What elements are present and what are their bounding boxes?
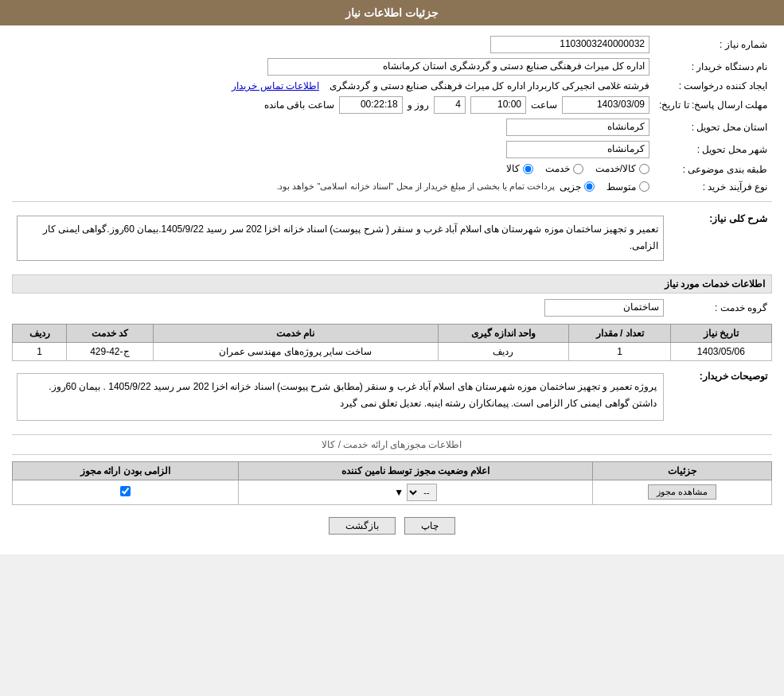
- sharh-label: شرح کلی نیاز:: [669, 208, 772, 268]
- tawsif-label: توصیحات خریدار:: [669, 366, 772, 428]
- tabe-bandi-label: طبقه بندی موضوعی :: [654, 161, 772, 179]
- khadamat-section-title: اطلاعات خدمات مورد نیاز: [12, 274, 772, 294]
- noee-farayand-row: نوع فرآیند خرید : متوسط جزیی پرداخت تمام…: [12, 179, 772, 195]
- permit-col-joziat: جزئیات: [592, 461, 771, 480]
- shomara-row: شماره نیاز : 1103003240000032: [12, 33, 772, 56]
- page-wrapper: جزئیات اطلاعات نیاز شماره نیاز : 1103003…: [0, 0, 784, 554]
- mojozha-title: اطلاعات مجوزهای ارائه خدمت / کالا: [12, 434, 772, 455]
- radio-khadamat[interactable]: خدمت: [545, 163, 583, 174]
- table-row: 1403/05/06 1 ردیف ساخت سایر پروژه‌های مه…: [13, 342, 772, 360]
- permit-header-row: جزئیات اعلام وضعیت مجوز توسط نامین کننده…: [13, 461, 772, 480]
- elzami-checkbox[interactable]: [120, 486, 131, 496]
- col-tarikh: تاریخ نیاز: [670, 324, 771, 342]
- noee-farayand-label: نوع فرآیند خرید :: [654, 179, 772, 195]
- ijad-konande-row: ایجاد کننده درخواست : فرشته غلامی انجیرک…: [12, 78, 772, 94]
- col-radif: ردیف: [13, 324, 67, 342]
- noee-farayand-text: پرداخت تمام یا بخشی از مبلغ خریدار از مح…: [276, 181, 555, 192]
- services-table: تاریخ نیاز تعداد / مقدار واحد اندازه گیر…: [12, 324, 772, 361]
- footer-buttons: چاپ بازگشت: [12, 517, 772, 535]
- ostan-row: استان محل تحویل : کرمانشاه: [12, 116, 772, 138]
- sharh-table: شرح کلی نیاز: تعمیر و تجهیز ساختمان موزه…: [12, 208, 772, 268]
- page-header: جزئیات اطلاعات نیاز: [0, 0, 784, 25]
- permit-tbody: مشاهده مجوز -- ▼: [13, 480, 772, 504]
- permit-col-elam: اعلام وضعیت مجوز توسط نامین کننده: [239, 461, 593, 480]
- btn-chap[interactable]: چاپ: [404, 517, 455, 535]
- mohlat-row-flex: 1403/03/09 ساعت 10:00 4 روز و 00:22:18 س…: [17, 96, 649, 114]
- gorooh-value: ساختمان: [544, 299, 664, 317]
- col-kod: کد خدمت: [67, 324, 154, 342]
- baqi-mande-label: ساعت باقی مانده: [264, 99, 334, 111]
- saat-label: ساعت: [531, 99, 557, 111]
- noee-radios: متوسط جزیی: [560, 181, 649, 192]
- main-info-table: شماره نیاز : 1103003240000032 نام دستگاه…: [12, 33, 772, 195]
- shomara-value: 1103003240000032: [490, 36, 649, 53]
- btn-bazgasht[interactable]: بازگشت: [329, 517, 396, 535]
- saat-value: 10:00: [470, 96, 526, 114]
- tawsif-table: توصیحات خریدار: پروژه تعمیر و تجهیز ساخت…: [12, 366, 772, 428]
- date-value: 1403/03/09: [562, 96, 649, 114]
- services-tbody: 1403/05/06 1 ردیف ساخت سایر پروژه‌های مه…: [13, 342, 772, 360]
- col-name: نام خدمت: [153, 324, 438, 342]
- ostan-label: استان محل تحویل :: [654, 116, 772, 138]
- name-dasgah-value: اداره کل میراث فرهنگی صنایع دستی و گردشگ…: [267, 58, 649, 76]
- tabe-bandi-radios: کالا/خدمت خدمت کالا: [506, 163, 649, 174]
- baqi-mande-value: 00:22:18: [339, 96, 403, 114]
- name-dasgah-label: نام دستگاه خریدار :: [654, 56, 772, 78]
- roz-label: روز و: [408, 99, 429, 111]
- col-vahad: واحد اندازه گیری: [438, 324, 569, 342]
- permit-col-elzami: الزامی بودن ارائه مجوز: [13, 461, 239, 480]
- elam-dropdown[interactable]: --: [407, 484, 437, 501]
- radio-jozi[interactable]: جزیی: [560, 181, 595, 192]
- ostan-value: کرمانشاه: [506, 119, 649, 136]
- ettelaat-tamas-link[interactable]: اطلاعات تماس خریدار: [232, 80, 319, 91]
- permit-table: جزئیات اعلام وضعیت مجوز توسط نامین کننده…: [12, 461, 772, 505]
- shahr-label: شهر محل تحویل :: [654, 138, 772, 161]
- tabe-bandi-row: طبقه بندی موضوعی : کالا/خدمت خدمت کالا: [12, 161, 772, 179]
- col-tedad: تعداد / مقدار: [569, 324, 670, 342]
- permit-row: مشاهده مجوز -- ▼: [13, 480, 772, 504]
- gorooh-table: گروه خدمت : ساختمان: [12, 297, 772, 319]
- sharh-value: تعمیر و تجهیز ساختمان موزه شهرستان های ا…: [17, 216, 664, 261]
- noee-flex: متوسط جزیی پرداخت تمام یا بخشی از مبلغ خ…: [17, 181, 649, 192]
- shomara-label: شماره نیاز :: [654, 33, 772, 56]
- shahr-row: شهر محل تحویل : کرمانشاه: [12, 138, 772, 161]
- ijad-konande-label: ایجاد کننده درخواست :: [654, 78, 772, 94]
- name-dasgah-row: نام دستگاه خریدار : اداره کل میراث فرهنگ…: [12, 56, 772, 78]
- mohlat-row: مهلت ارسال پاسخ: تا تاریخ: 1403/03/09 سا…: [12, 94, 772, 116]
- divider-1: [12, 201, 772, 202]
- radio-kala-khadamat[interactable]: کالا/خدمت: [595, 163, 649, 174]
- view-permit-button[interactable]: مشاهده مجوز: [648, 484, 716, 500]
- content-area: شماره نیاز : 1103003240000032 نام دستگاه…: [0, 25, 784, 554]
- mohlat-label: مهلت ارسال پاسخ: تا تاریخ:: [654, 94, 772, 116]
- header-title: جزئیات اطلاعات نیاز: [345, 6, 439, 19]
- ijad-konande-value: فرشته غلامی انجیرکی کاربردار اداره کل می…: [330, 80, 649, 91]
- gorooh-label: گروه خدمت :: [669, 297, 772, 319]
- table-header-row: تاریخ نیاز تعداد / مقدار واحد اندازه گیر…: [13, 324, 772, 342]
- shahr-value: کرمانشاه: [506, 141, 649, 158]
- radio-kala[interactable]: کالا: [506, 163, 533, 174]
- tawsif-value: پروژه تعمیر و تجهیز ساختمان موزه شهرستان…: [17, 373, 664, 421]
- roz-value: 4: [434, 96, 466, 114]
- radio-motawaset[interactable]: متوسط: [607, 181, 649, 192]
